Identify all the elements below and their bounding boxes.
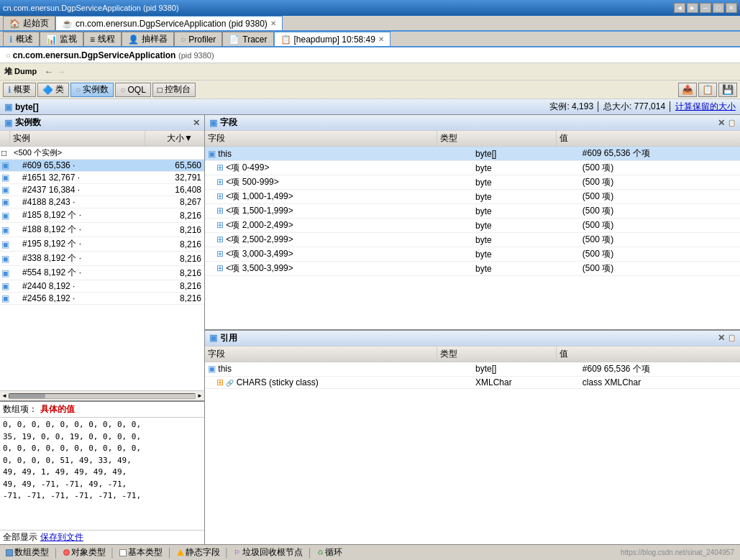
fields-section: ▣ 字段 ✕ 📋 字段 类型 值 — [205, 115, 740, 331]
fields-row[interactable]: ⊞ <项 1,500-1,999> byte (500 项) — [205, 204, 740, 219]
refs-row[interactable]: ▣ this byte[] #609 65,536 个项 — [205, 362, 740, 377]
col-size-label[interactable]: 大小▼ — [145, 131, 196, 146]
expand-icon[interactable]: ▣ — [208, 149, 216, 159]
instance-table-body[interactable]: □ <500 个实例> ▣ #609 65,536 · 65,560 ▣ #16… — [0, 147, 204, 390]
close-btn[interactable]: ✕ — [726, 3, 737, 13]
legend-gc: 🏳 垃圾回收根节点 — [234, 546, 303, 559]
tab-home[interactable]: 🏠 起始页 — [3, 16, 55, 30]
nav-next[interactable]: ► — [687, 3, 698, 13]
export-btn1[interactable]: 📤 — [678, 83, 697, 97]
field-type: byte — [472, 190, 580, 204]
fields-row[interactable]: ⊞ <项 0-499> byte (500 项) — [205, 161, 740, 175]
oql-btn[interactable]: ○ OQL — [115, 83, 151, 97]
left-hscroll-left[interactable]: ◄ — [1, 393, 7, 399]
expand-icon[interactable]: ⊞ — [216, 220, 224, 230]
fields-close[interactable]: ✕ — [718, 118, 725, 128]
export-btn2[interactable]: 📋 — [698, 83, 717, 97]
instance-btn-label: 实例数 — [83, 83, 109, 96]
export-btn3[interactable]: 💾 — [718, 83, 737, 97]
calc-link[interactable]: 计算保留的大小 — [675, 101, 736, 111]
ref-expand-icon[interactable]: ▣ — [208, 364, 216, 374]
table-row[interactable]: ▣ #2440 8,192 · 8,216 — [0, 280, 204, 293]
table-row[interactable]: ▣ #188 8,192 个 · 8,216 — [0, 223, 204, 237]
inner-tab-monitor[interactable]: 📊 监视 — [40, 32, 83, 46]
fields-row[interactable]: ⊞ <项 3,000-3,499> byte (500 项) — [205, 247, 740, 262]
table-row[interactable]: ▣ #195 8,192 个 · 8,216 — [0, 237, 204, 252]
field-type: byte — [472, 262, 580, 276]
table-row[interactable]: ▣ #4188 8,243 · 8,267 — [0, 196, 204, 208]
row-icon: ▣ — [0, 160, 11, 172]
array-content[interactable]: 0, 0, 0, 0, 0, 0, 0, 0, 0, 0, 35, 19, 0,… — [0, 418, 204, 530]
maximize-btn[interactable]: □ — [713, 3, 724, 13]
field-name: ⊞ <项 1,000-1,499> — [205, 190, 472, 204]
field-label: <项 1,000-1,499> — [226, 191, 293, 201]
fields-row[interactable]: ⊞ <项 3,500-3,999> byte (500 项) — [205, 262, 740, 276]
inner-tab-tracer[interactable]: 📄 Tracer — [222, 32, 273, 46]
table-row[interactable]: ▣ #2437 16,384 · 16,408 — [0, 184, 204, 196]
show-all-label: 全部显示 — [3, 531, 37, 543]
fields-row[interactable]: ⊞ <项 2,500-2,999> byte (500 项) — [205, 233, 740, 247]
nav-prev[interactable]: ◄ — [674, 3, 685, 13]
table-row[interactable]: ▣ #2456 8,192 · 8,216 — [0, 293, 204, 305]
refs-col-type[interactable]: 类型 — [437, 346, 557, 362]
overview-btn-icon: ℹ — [8, 85, 12, 95]
group-expand[interactable]: □ — [0, 147, 11, 160]
left-hscroll-track[interactable] — [9, 393, 196, 399]
fields-table-body[interactable]: ▣ this byte[] #609 65,536 个项 ⊞ <项 0-499> — [205, 147, 740, 329]
inner-tab-sampler[interactable]: 👤 抽样器 — [122, 32, 174, 46]
table-row[interactable]: ▣ #554 8,192 个 · 8,216 — [0, 266, 204, 280]
refs-row[interactable]: ⊞ 🔗 CHARS (sticky class) XMLChar class X… — [205, 376, 740, 388]
instances-panel-close[interactable]: ✕ — [193, 118, 200, 128]
expand-icon[interactable]: ⊞ — [216, 191, 224, 201]
expand-icon[interactable]: ⊞ — [216, 177, 224, 187]
table-row[interactable]: ▣ #185 8,192 个 · 8,216 — [0, 208, 204, 223]
title-bar: cn.com.enersun.DgpServiceApplication (pi… — [0, 0, 740, 16]
tab-app-close[interactable]: ✕ — [270, 19, 276, 27]
fields-col-type[interactable]: 类型 — [437, 131, 557, 146]
table-row[interactable]: ▣ #609 65,536 · 65,560 — [0, 160, 204, 172]
left-hscroll-thumb[interactable] — [9, 394, 45, 398]
col-instance-label[interactable]: 实例 — [10, 131, 145, 146]
refs-col-value[interactable]: 值 — [557, 346, 731, 362]
refs-col-field[interactable]: 字段 — [205, 346, 437, 362]
legend-sep4: │ — [224, 548, 230, 558]
class-btn[interactable]: 🔷 类 — [37, 83, 69, 97]
sampler-label: 抽样器 — [142, 33, 168, 45]
inner-tab-profiler[interactable]: ○ Profiler — [174, 32, 222, 46]
fields-scroll-icon[interactable]: 📋 — [728, 119, 736, 127]
expand-icon[interactable]: ⊞ — [216, 263, 224, 273]
fields-row[interactable]: ⊞ <项 2,000-2,499> byte (500 项) — [205, 219, 740, 233]
expand-icon[interactable]: ⊞ — [216, 249, 224, 259]
heapdump-label: [heapdump] 10:58:49 — [294, 35, 375, 45]
fields-row[interactable]: ▣ this byte[] #609 65,536 个项 — [205, 147, 740, 161]
instance-btn[interactable]: ○ 实例数 — [70, 83, 114, 97]
save-link[interactable]: 保存到文件 — [40, 531, 83, 543]
console-btn[interactable]: □ 控制台 — [152, 83, 196, 97]
refs-scroll-icon[interactable]: 📋 — [728, 334, 736, 341]
app-header: ○ cn.com.enersun.DgpServiceApplication (… — [0, 47, 740, 63]
fields-row[interactable]: ⊞ <项 500-999> byte (500 项) — [205, 175, 740, 190]
inner-tab-threads[interactable]: ≡ 线程 — [83, 32, 122, 46]
left-hscroll-right[interactable]: ► — [197, 393, 203, 399]
heapdump-close[interactable]: ✕ — [378, 35, 384, 43]
fields-col-field[interactable]: 字段 — [205, 131, 437, 146]
refs-close[interactable]: ✕ — [718, 333, 725, 343]
table-row[interactable]: ▣ #338 8,192 个 · 8,216 — [0, 252, 204, 266]
inner-tab-heapdump[interactable]: 📋 [heapdump] 10:58:49 ✕ — [274, 32, 390, 46]
expand-icon[interactable]: ⊞ — [216, 206, 224, 216]
expand-icon[interactable]: ⊞ — [216, 162, 224, 173]
table-row[interactable]: ▣ #1651 32,767 · 32,791 — [0, 172, 204, 184]
minimize-btn[interactable]: ─ — [700, 3, 711, 13]
inner-tab-overview[interactable]: ℹ 概述 — [3, 32, 40, 46]
group-row[interactable]: □ <500 个实例> — [0, 147, 204, 160]
left-hscroll[interactable]: ◄ ► — [0, 390, 204, 400]
expand-icon[interactable]: ⊞ — [216, 234, 224, 244]
oql-btn-icon: ○ — [120, 85, 125, 95]
overview-btn[interactable]: ℹ 概要 — [3, 83, 36, 97]
fields-row[interactable]: ⊞ <项 1,000-1,499> byte (500 项) — [205, 190, 740, 204]
tab-app[interactable]: ☕ cn.com.enersun.DgpServiceApplication (… — [55, 16, 283, 30]
forward-arrow[interactable]: → — [56, 66, 65, 77]
fields-col-value[interactable]: 值 — [557, 131, 731, 146]
refs-table-body[interactable]: ▣ this byte[] #609 65,536 个项 ⊞ 🔗 — [205, 362, 740, 545]
back-arrow[interactable]: ← — [44, 66, 53, 77]
